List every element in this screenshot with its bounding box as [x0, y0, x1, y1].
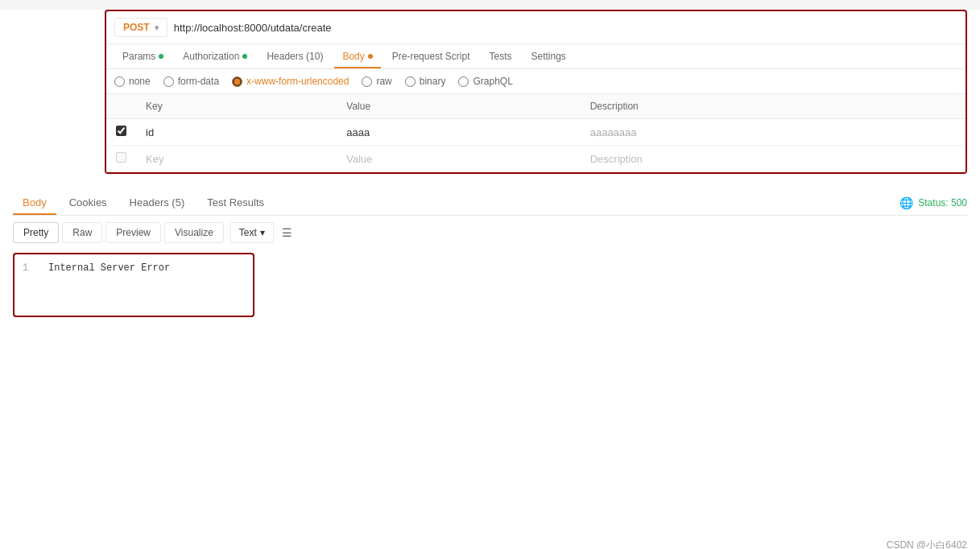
option-raw[interactable]: raw — [362, 76, 391, 87]
response-tab-body[interactable]: Body — [13, 190, 56, 215]
request-tabs-row: Params Authorization Headers (10) Body P… — [106, 44, 966, 69]
row-description[interactable]: aaaaaaaa — [581, 119, 966, 146]
row-checkbox-cell — [106, 119, 136, 146]
response-body: 1 Internal Server Error — [13, 253, 254, 317]
request-section: POST ▾ Params Authorization Headers (10)… — [105, 10, 967, 174]
format-raw-button[interactable]: Raw — [62, 222, 102, 243]
tab-params-label: Params — [122, 51, 155, 62]
tab-headers[interactable]: Headers (10) — [258, 44, 331, 68]
response-tab-cookies[interactable]: Cookies — [60, 190, 117, 215]
method-dropdown[interactable]: POST ▾ — [114, 18, 167, 37]
tab-settings-label: Settings — [531, 51, 566, 62]
response-tab-headers[interactable]: Headers (5) — [120, 190, 195, 215]
tab-body[interactable]: Body — [334, 44, 380, 68]
table-row: id aaaa aaaaaaaa — [106, 119, 966, 146]
response-tab-test-results[interactable]: Test Results — [197, 190, 274, 215]
tab-settings[interactable]: Settings — [523, 44, 574, 68]
text-type-chevron: ▾ — [260, 227, 265, 238]
option-x-www-form-urlencoded[interactable]: x-www-form-urlencoded — [232, 76, 349, 87]
url-bar: POST ▾ — [106, 11, 966, 44]
col-checkbox — [106, 94, 136, 119]
globe-icon: 🌐 — [899, 196, 913, 209]
tab-tests-label: Tests — [489, 51, 511, 62]
response-tabs-row: Body Cookies Headers (5) Test Results 🌐 … — [13, 190, 967, 216]
format-row: Pretty Raw Preview Visualize Text ▾ ☰ — [13, 216, 967, 250]
response-section: Body Cookies Headers (5) Test Results 🌐 … — [0, 190, 980, 317]
text-type-dropdown[interactable]: Text ▾ — [230, 222, 274, 243]
wrap-icon[interactable]: ☰ — [282, 226, 292, 239]
code-content-1: Internal Server Error — [48, 262, 170, 274]
col-description: Description — [581, 94, 966, 119]
body-options-row: none form-data x-www-form-urlencoded raw… — [106, 69, 966, 93]
placeholder-checkbox-cell — [106, 146, 136, 172]
body-dot — [368, 54, 373, 59]
text-type-label: Text — [239, 227, 257, 238]
placeholder-description[interactable]: Description — [581, 146, 966, 172]
col-value: Value — [337, 94, 580, 119]
option-graphql[interactable]: GraphQL — [458, 76, 512, 87]
tab-authorization-label: Authorization — [183, 51, 239, 62]
table-placeholder-row: Key Value Description — [106, 146, 966, 172]
response-tab-headers-label: Headers (5) — [130, 196, 185, 208]
row-checkbox[interactable] — [116, 126, 126, 136]
response-tab-test-results-label: Test Results — [207, 196, 264, 208]
params-dot — [159, 54, 163, 59]
footer-text: CSDN @小白6402 — [887, 539, 967, 549]
main-container: POST ▾ Params Authorization Headers (10)… — [0, 10, 980, 549]
response-tab-cookies-label: Cookies — [69, 196, 107, 208]
placeholder-value[interactable]: Value — [337, 146, 580, 172]
tab-tests[interactable]: Tests — [481, 44, 519, 68]
row-key[interactable]: id — [136, 119, 337, 146]
url-input[interactable] — [174, 22, 957, 34]
authorization-dot — [242, 54, 247, 59]
row-value[interactable]: aaaa — [337, 119, 580, 146]
tab-authorization[interactable]: Authorization — [175, 44, 255, 68]
col-key: Key — [136, 94, 337, 119]
line-number-1: 1 — [23, 262, 35, 274]
status-badge: Status: 500 — [918, 197, 967, 208]
chevron-icon: ▾ — [155, 23, 159, 32]
option-binary[interactable]: binary — [405, 76, 446, 87]
tab-headers-label: Headers (10) — [267, 51, 323, 62]
format-preview-button[interactable]: Preview — [105, 222, 161, 243]
format-visualize-button[interactable]: Visualize — [164, 222, 224, 243]
tab-params[interactable]: Params — [114, 44, 172, 68]
placeholder-key[interactable]: Key — [136, 146, 337, 172]
response-tab-body-label: Body — [23, 196, 47, 208]
format-pretty-button[interactable]: Pretty — [13, 222, 59, 243]
status-area: 🌐 Status: 500 — [899, 196, 967, 209]
tab-pre-request-label: Pre-request Script — [392, 51, 470, 62]
placeholder-checkbox — [116, 152, 126, 163]
tab-pre-request[interactable]: Pre-request Script — [384, 44, 478, 68]
option-form-data[interactable]: form-data — [163, 76, 219, 87]
params-table: Key Value Description id aaaa aaaaaaaa — [106, 93, 966, 172]
footer: CSDN @小白6402 — [887, 539, 967, 549]
code-line-1: 1 Internal Server Error — [23, 262, 245, 274]
tab-body-label: Body — [342, 51, 364, 62]
option-none[interactable]: none — [114, 76, 151, 87]
method-label: POST — [123, 22, 150, 33]
